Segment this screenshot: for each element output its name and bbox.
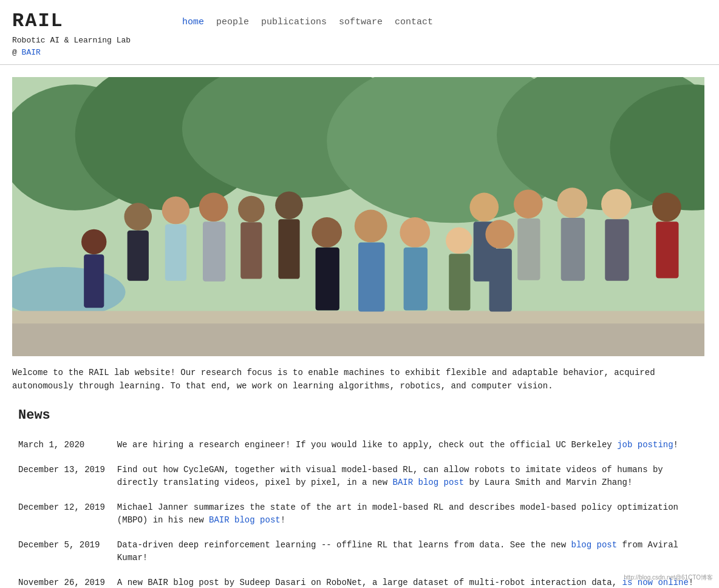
logo-text: RAIL xyxy=(12,10,64,32)
news-row: December 12, 2019Michael Janner summariz… xyxy=(12,495,704,533)
news-content: Michael Janner summarizes the state of t… xyxy=(111,495,704,533)
news-row: November 26, 2019A new BAIR blog post by… xyxy=(12,570,704,588)
welcome-paragraph: Welcome to the RAIL lab website! Our res… xyxy=(12,366,704,393)
svg-point-30 xyxy=(81,229,106,254)
subtitle-line1: Robotic AI & Learning Lab xyxy=(12,36,131,45)
header: RAIL Robotic AI & Learning Lab @ BAIR ho… xyxy=(0,0,719,65)
group-photo-svg xyxy=(12,77,704,356)
news-section: News March 1, 2020We are hiring a resear… xyxy=(12,408,704,588)
welcome-text: Welcome to the RAIL lab website! Our res… xyxy=(12,366,704,393)
nav-home[interactable]: home xyxy=(182,17,204,27)
svg-point-10 xyxy=(124,203,152,231)
logo-area: RAIL Robotic AI & Learning Lab @ BAIR xyxy=(12,10,182,58)
news-link[interactable]: BAIR blog post xyxy=(209,515,281,525)
svg-rect-19 xyxy=(278,219,299,279)
news-date: November 26, 2019 xyxy=(12,570,111,588)
news-row: March 1, 2020We are hiring a research en… xyxy=(12,433,704,458)
svg-point-38 xyxy=(446,228,472,254)
svg-point-34 xyxy=(355,210,387,243)
svg-rect-31 xyxy=(84,254,104,308)
svg-point-32 xyxy=(312,217,342,248)
news-table-body: March 1, 2020We are hiring a research en… xyxy=(12,433,704,588)
svg-point-24 xyxy=(557,188,587,218)
news-table: March 1, 2020We are hiring a research en… xyxy=(12,433,704,588)
svg-point-16 xyxy=(238,196,265,223)
news-content: A new BAIR blog post by Sudeep Dasari on… xyxy=(111,570,704,588)
news-content: We are hiring a research engineer! If yo… xyxy=(111,433,704,458)
news-link[interactable]: blog post xyxy=(571,540,618,550)
news-date: December 12, 2019 xyxy=(12,495,111,533)
news-link[interactable]: job posting xyxy=(617,440,673,450)
main-content: Welcome to the RAIL lab website! Our res… xyxy=(0,77,719,588)
watermark: http://blog.csdn.net@61CTO博客 xyxy=(624,573,713,582)
svg-rect-29 xyxy=(656,221,678,278)
svg-point-14 xyxy=(199,193,228,222)
svg-point-36 xyxy=(400,217,430,248)
nav-publications[interactable]: publications xyxy=(261,17,327,27)
svg-rect-17 xyxy=(240,222,262,279)
svg-point-18 xyxy=(275,192,303,220)
svg-rect-15 xyxy=(203,221,225,281)
svg-rect-11 xyxy=(128,231,149,281)
svg-point-28 xyxy=(652,193,681,222)
svg-rect-41 xyxy=(489,249,512,312)
logo-subtitle: Robotic AI & Learning Lab @ BAIR xyxy=(12,35,182,58)
bair-link[interactable]: BAIR xyxy=(22,48,41,57)
news-row: December 5, 2019Data-driven deep reinfor… xyxy=(12,533,704,570)
svg-rect-33 xyxy=(316,248,339,311)
hero-image-container xyxy=(12,77,707,356)
svg-rect-13 xyxy=(165,224,186,280)
logo-title: RAIL xyxy=(12,10,182,32)
svg-rect-25 xyxy=(561,218,585,281)
svg-point-12 xyxy=(162,197,190,225)
news-link[interactable]: BAIR blog post xyxy=(393,478,465,487)
news-date: March 1, 2020 xyxy=(12,433,111,458)
main-nav: home people publications software contac… xyxy=(182,10,433,27)
svg-rect-35 xyxy=(358,242,385,311)
subtitle-at: @ xyxy=(12,48,22,57)
news-content: Data-driven deep reinforcement learning … xyxy=(111,533,704,570)
svg-rect-39 xyxy=(449,254,470,310)
svg-rect-27 xyxy=(605,219,629,281)
svg-point-40 xyxy=(485,220,514,249)
nav-contact[interactable]: contact xyxy=(395,17,433,27)
news-date: December 13, 2019 xyxy=(12,458,111,495)
news-title: News xyxy=(12,408,704,423)
svg-point-22 xyxy=(514,189,543,218)
svg-rect-9 xyxy=(12,323,704,356)
hero-image xyxy=(12,77,704,356)
svg-rect-37 xyxy=(404,248,428,311)
news-row: December 13, 2019Find out how CycleGAN, … xyxy=(12,458,704,495)
news-content: Find out how CycleGAN, together with vis… xyxy=(111,458,704,495)
svg-rect-23 xyxy=(517,218,540,280)
nav-software[interactable]: software xyxy=(339,17,383,27)
svg-point-26 xyxy=(601,189,632,219)
nav-people[interactable]: people xyxy=(216,17,249,27)
svg-point-20 xyxy=(469,193,499,222)
news-date: December 5, 2019 xyxy=(12,533,111,570)
